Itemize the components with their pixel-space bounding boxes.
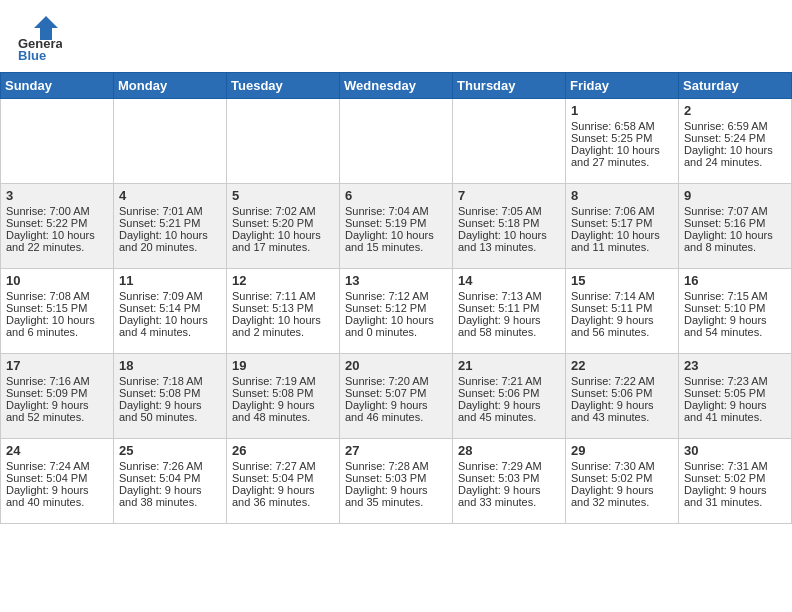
day-number: 23 [684,358,786,373]
day-info: Daylight: 10 hours and 24 minutes. [684,144,786,168]
day-info: Sunrise: 7:01 AM [119,205,221,217]
day-info: Daylight: 10 hours and 8 minutes. [684,229,786,253]
calendar-cell: 13Sunrise: 7:12 AMSunset: 5:12 PMDayligh… [340,269,453,354]
day-number: 7 [458,188,560,203]
weekday-header-row: SundayMondayTuesdayWednesdayThursdayFrid… [1,73,792,99]
calendar-cell [1,99,114,184]
day-info: Daylight: 9 hours and 32 minutes. [571,484,673,508]
day-info: Daylight: 10 hours and 11 minutes. [571,229,673,253]
calendar-cell: 23Sunrise: 7:23 AMSunset: 5:05 PMDayligh… [679,354,792,439]
day-number: 12 [232,273,334,288]
calendar-cell: 15Sunrise: 7:14 AMSunset: 5:11 PMDayligh… [566,269,679,354]
day-number: 4 [119,188,221,203]
calendar-row-2: 10Sunrise: 7:08 AMSunset: 5:15 PMDayligh… [1,269,792,354]
day-info: Sunset: 5:04 PM [232,472,334,484]
calendar-cell [114,99,227,184]
calendar-cell: 10Sunrise: 7:08 AMSunset: 5:15 PMDayligh… [1,269,114,354]
day-number: 20 [345,358,447,373]
day-number: 10 [6,273,108,288]
calendar-cell [453,99,566,184]
day-info: Sunrise: 7:31 AM [684,460,786,472]
day-number: 18 [119,358,221,373]
day-info: Sunrise: 7:18 AM [119,375,221,387]
day-info: Sunset: 5:03 PM [345,472,447,484]
day-info: Sunset: 5:02 PM [684,472,786,484]
day-info: Daylight: 9 hours and 33 minutes. [458,484,560,508]
weekday-header-monday: Monday [114,73,227,99]
day-info: Daylight: 10 hours and 17 minutes. [232,229,334,253]
day-info: Sunset: 5:06 PM [571,387,673,399]
calendar-cell: 4Sunrise: 7:01 AMSunset: 5:21 PMDaylight… [114,184,227,269]
calendar-cell: 27Sunrise: 7:28 AMSunset: 5:03 PMDayligh… [340,439,453,524]
page-header: GeneralBlue [0,0,792,72]
day-number: 29 [571,443,673,458]
calendar-cell: 11Sunrise: 7:09 AMSunset: 5:14 PMDayligh… [114,269,227,354]
day-info: Sunrise: 7:28 AM [345,460,447,472]
day-info: Daylight: 9 hours and 48 minutes. [232,399,334,423]
day-info: Sunrise: 7:24 AM [6,460,108,472]
weekday-header-wednesday: Wednesday [340,73,453,99]
calendar-cell [340,99,453,184]
day-info: Sunset: 5:07 PM [345,387,447,399]
day-info: Sunset: 5:25 PM [571,132,673,144]
day-info: Sunset: 5:16 PM [684,217,786,229]
day-info: Sunrise: 7:12 AM [345,290,447,302]
day-info: Sunrise: 7:30 AM [571,460,673,472]
day-number: 24 [6,443,108,458]
calendar-cell: 14Sunrise: 7:13 AMSunset: 5:11 PMDayligh… [453,269,566,354]
calendar-cell: 17Sunrise: 7:16 AMSunset: 5:09 PMDayligh… [1,354,114,439]
day-info: Sunset: 5:12 PM [345,302,447,314]
day-number: 30 [684,443,786,458]
day-info: Sunset: 5:17 PM [571,217,673,229]
day-info: Sunset: 5:06 PM [458,387,560,399]
weekday-header-friday: Friday [566,73,679,99]
weekday-header-thursday: Thursday [453,73,566,99]
day-info: Sunset: 5:08 PM [232,387,334,399]
calendar-cell: 8Sunrise: 7:06 AMSunset: 5:17 PMDaylight… [566,184,679,269]
day-info: Sunset: 5:21 PM [119,217,221,229]
weekday-header-sunday: Sunday [1,73,114,99]
day-info: Sunrise: 7:09 AM [119,290,221,302]
day-info: Sunset: 5:11 PM [571,302,673,314]
day-number: 1 [571,103,673,118]
day-info: Sunrise: 7:19 AM [232,375,334,387]
day-info: Sunset: 5:03 PM [458,472,560,484]
calendar-cell: 6Sunrise: 7:04 AMSunset: 5:19 PMDaylight… [340,184,453,269]
day-info: Sunrise: 7:20 AM [345,375,447,387]
day-info: Daylight: 10 hours and 22 minutes. [6,229,108,253]
day-info: Daylight: 9 hours and 35 minutes. [345,484,447,508]
day-info: Sunrise: 7:02 AM [232,205,334,217]
weekday-header-saturday: Saturday [679,73,792,99]
day-number: 9 [684,188,786,203]
day-number: 8 [571,188,673,203]
day-info: Sunset: 5:14 PM [119,302,221,314]
day-info: Sunrise: 7:04 AM [345,205,447,217]
day-info: Sunset: 5:04 PM [6,472,108,484]
day-number: 26 [232,443,334,458]
day-info: Daylight: 10 hours and 15 minutes. [345,229,447,253]
day-info: Sunrise: 7:08 AM [6,290,108,302]
calendar-cell: 16Sunrise: 7:15 AMSunset: 5:10 PMDayligh… [679,269,792,354]
day-number: 25 [119,443,221,458]
day-info: Daylight: 9 hours and 36 minutes. [232,484,334,508]
day-info: Daylight: 9 hours and 31 minutes. [684,484,786,508]
day-info: Daylight: 10 hours and 27 minutes. [571,144,673,168]
day-info: Daylight: 9 hours and 54 minutes. [684,314,786,338]
calendar-table: SundayMondayTuesdayWednesdayThursdayFrid… [0,72,792,524]
calendar-row-0: 1Sunrise: 6:58 AMSunset: 5:25 PMDaylight… [1,99,792,184]
day-number: 21 [458,358,560,373]
day-number: 5 [232,188,334,203]
day-info: Daylight: 9 hours and 41 minutes. [684,399,786,423]
day-info: Daylight: 10 hours and 4 minutes. [119,314,221,338]
day-info: Sunrise: 7:29 AM [458,460,560,472]
day-info: Daylight: 9 hours and 50 minutes. [119,399,221,423]
calendar-row-3: 17Sunrise: 7:16 AMSunset: 5:09 PMDayligh… [1,354,792,439]
day-info: Daylight: 9 hours and 56 minutes. [571,314,673,338]
day-info: Sunrise: 7:27 AM [232,460,334,472]
day-info: Daylight: 10 hours and 2 minutes. [232,314,334,338]
day-info: Sunset: 5:13 PM [232,302,334,314]
day-info: Sunrise: 7:05 AM [458,205,560,217]
day-info: Daylight: 9 hours and 45 minutes. [458,399,560,423]
calendar-cell: 5Sunrise: 7:02 AMSunset: 5:20 PMDaylight… [227,184,340,269]
day-info: Sunrise: 7:11 AM [232,290,334,302]
